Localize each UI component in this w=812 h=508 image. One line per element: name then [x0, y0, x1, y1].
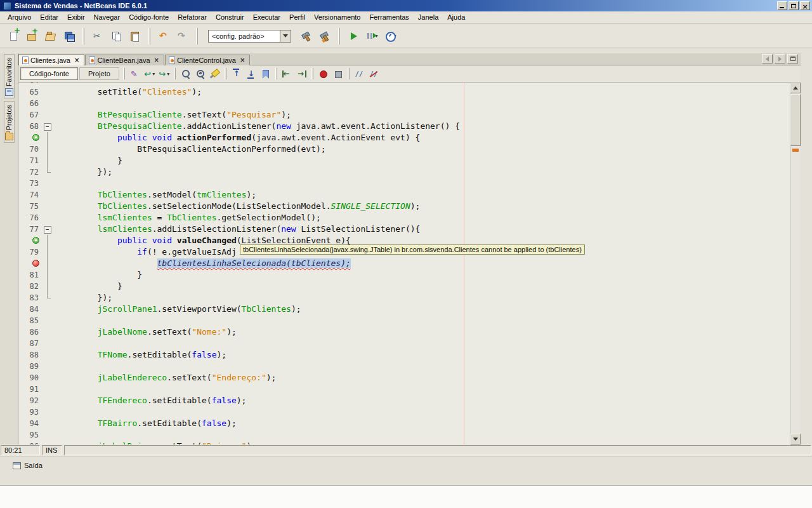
- scroll-down-button[interactable]: [790, 434, 801, 444]
- cut-button[interactable]: [89, 27, 107, 44]
- open-project-button[interactable]: [42, 27, 59, 44]
- sidebar-tab-favoritos[interactable]: Favoritos: [4, 54, 15, 98]
- scroll-tabs-right-button[interactable]: [775, 54, 785, 64]
- maximize-view-button[interactable]: [787, 54, 798, 64]
- save-all-button[interactable]: [60, 27, 77, 44]
- menu-item-perfil[interactable]: Perfil: [285, 12, 310, 22]
- last-edit-location-button[interactable]: [128, 67, 142, 81]
- code-text[interactable]: jLabelEndereco.setText("Endereço:");: [54, 372, 790, 384]
- shift-line-right-button[interactable]: [294, 67, 309, 81]
- code-text[interactable]: [54, 178, 790, 189]
- code-text[interactable]: BtPesquisaClienteActionPerformed(evt);: [54, 144, 790, 155]
- close-button[interactable]: [800, 1, 810, 10]
- code-text[interactable]: tbClientesLinhaSelecionada(tbClientes);: [54, 258, 790, 269]
- vertical-scrollbar[interactable]: [790, 83, 801, 444]
- code-text[interactable]: }: [54, 155, 790, 166]
- code-text[interactable]: jScrollPane1.setViewportView(TbClientes)…: [54, 304, 790, 315]
- error-stripe-mark[interactable]: [792, 149, 799, 152]
- code-text[interactable]: [54, 406, 790, 418]
- menu-item-arquivo[interactable]: Arquivo: [3, 12, 36, 22]
- error-glyph-icon[interactable]: [32, 260, 39, 267]
- back-button[interactable]: ▾: [142, 67, 157, 81]
- code-text[interactable]: [54, 384, 790, 395]
- code-text[interactable]: TFEndereco.setEditable(false);: [54, 395, 790, 406]
- tab-clientes-java[interactable]: Clientes.java×: [18, 54, 84, 65]
- code-text[interactable]: lsmClientes.addListSelectionListener(new…: [54, 224, 790, 235]
- find-button[interactable]: [178, 67, 193, 81]
- scrollbar-thumb[interactable]: [790, 94, 801, 146]
- code-text[interactable]: public void actionPerformed(java.awt.eve…: [54, 132, 790, 144]
- menu-item-construir[interactable]: Construir: [211, 12, 249, 22]
- stop-macro-button[interactable]: [331, 67, 345, 81]
- menu-item-ajuda[interactable]: Ajuda: [443, 12, 469, 22]
- sidebar-tab-projetos[interactable]: Projetos: [4, 101, 15, 142]
- tab-clientecontrol-java[interactable]: ClienteControl.java×: [165, 55, 250, 65]
- tab-close-icon[interactable]: ×: [74, 57, 79, 64]
- debug-button[interactable]: ▾: [363, 27, 381, 44]
- code-text[interactable]: [54, 98, 790, 109]
- code-text[interactable]: [54, 338, 790, 349]
- maximize-button[interactable]: [789, 1, 799, 10]
- minimize-button[interactable]: [777, 1, 787, 10]
- config-combo[interactable]: <config. padrão>: [208, 30, 291, 43]
- code-text[interactable]: TbClientes.setModel(tmClientes);: [54, 189, 790, 201]
- menu-item-navegar[interactable]: Navegar: [89, 12, 125, 22]
- code-text[interactable]: BtPesquisaCliente.addActionListener(new …: [54, 121, 790, 132]
- code-text[interactable]: jLabelNome.setText("Nome:");: [54, 326, 790, 338]
- code-text[interactable]: }: [54, 269, 790, 281]
- paste-button[interactable]: [126, 27, 143, 44]
- tab-close-icon[interactable]: ×: [240, 57, 245, 64]
- view-button-codigo-fonte[interactable]: Código-fonte: [20, 67, 78, 80]
- menu-item-janela[interactable]: Janela: [414, 12, 443, 22]
- override-glyph-icon[interactable]: [32, 134, 39, 141]
- scroll-tabs-left-button[interactable]: [762, 54, 773, 64]
- fold-start-icon[interactable]: [41, 224, 54, 235]
- code-text[interactable]: TFBairro.setEditable(false);: [54, 418, 790, 429]
- editor-body[interactable]: 6465 setTitle("Clientes");6667 BtPesquis…: [18, 83, 801, 444]
- output-tab[interactable]: Saída: [13, 462, 43, 469]
- menu-item-codigo-fonte[interactable]: Código-fonte: [124, 12, 173, 22]
- title-bar[interactable]: Sistema de Vendas - NetBeans IDE 6.0.1: [0, 0, 812, 11]
- menu-item-ferramentas[interactable]: Ferramentas: [365, 12, 414, 22]
- toggle-bookmark-button[interactable]: [258, 67, 273, 81]
- code-text[interactable]: }: [54, 281, 790, 292]
- undo-button[interactable]: [155, 27, 173, 44]
- tab-close-icon[interactable]: ×: [154, 57, 159, 64]
- next-bookmark-button[interactable]: [244, 67, 258, 81]
- shift-line-left-button[interactable]: [280, 67, 294, 81]
- profile-button[interactable]: ▾: [382, 27, 399, 44]
- code-text[interactable]: });: [54, 292, 790, 304]
- run-button[interactable]: [345, 27, 362, 44]
- uncomment-button[interactable]: [367, 67, 381, 81]
- scroll-up-button[interactable]: [790, 83, 801, 93]
- code-text[interactable]: lsmClientes = TbClientes.getSelectionMod…: [54, 212, 790, 224]
- forward-button[interactable]: ▾: [157, 67, 171, 81]
- toggle-highlight-search-button[interactable]: [207, 67, 222, 81]
- code-text[interactable]: TFNome.setEditable(false);: [54, 349, 790, 361]
- menu-item-exibir[interactable]: Exibir: [63, 12, 89, 22]
- copy-button[interactable]: [108, 27, 125, 44]
- comment-button[interactable]: [352, 67, 367, 81]
- override-glyph-icon[interactable]: [32, 237, 39, 244]
- menu-item-refatorar[interactable]: Refatorar: [173, 12, 211, 22]
- code-text[interactable]: TbClientes.setSelectionMode(ListSelectio…: [54, 201, 790, 212]
- find-selection-button[interactable]: [193, 67, 207, 81]
- new-project-button[interactable]: [23, 27, 41, 44]
- tab-clientebean-java[interactable]: ClienteBean.java×: [85, 55, 164, 65]
- combo-dropdown-button[interactable]: [280, 30, 291, 42]
- previous-bookmark-button[interactable]: [229, 67, 244, 81]
- view-button-projeto[interactable]: Projeto: [79, 67, 119, 80]
- record-macro-button[interactable]: [316, 67, 331, 81]
- menu-item-versionamento[interactable]: Versionamento: [310, 12, 365, 22]
- code-text[interactable]: });: [54, 166, 790, 178]
- menu-item-executar[interactable]: Executar: [249, 12, 285, 22]
- code-text[interactable]: BtPesquisaCliente.setText("Pesquisar");: [54, 109, 790, 121]
- code-text[interactable]: [54, 361, 790, 372]
- build-button[interactable]: [298, 27, 315, 44]
- code-text[interactable]: [54, 429, 790, 441]
- fold-start-icon[interactable]: [41, 121, 54, 132]
- code-text[interactable]: setTitle("Clientes");: [54, 86, 790, 98]
- code-text[interactable]: [54, 315, 790, 326]
- clean-build-button[interactable]: [316, 27, 333, 44]
- menu-item-editar[interactable]: Editar: [36, 12, 63, 22]
